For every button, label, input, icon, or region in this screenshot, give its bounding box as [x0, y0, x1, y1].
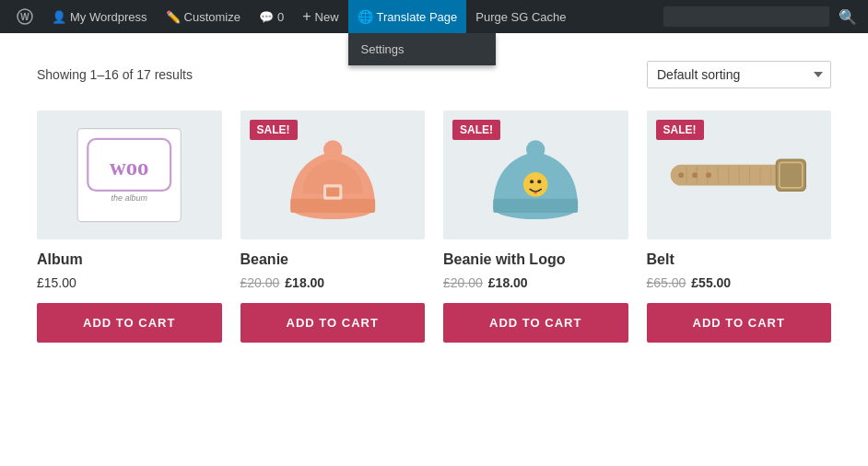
- svg-text:woo: woo: [110, 155, 149, 180]
- price-original-beanie: £20.00: [240, 275, 280, 290]
- wp-icon: W: [17, 8, 33, 25]
- svg-rect-10: [326, 187, 339, 196]
- product-card-belt: SALE!: [647, 111, 832, 343]
- svg-rect-28: [776, 159, 805, 191]
- product-card-beanie-logo: SALE!: [443, 111, 628, 343]
- pencil-icon: ✏️: [166, 10, 181, 24]
- new-label: New: [315, 10, 339, 24]
- translate-icon: 🌐: [358, 9, 373, 24]
- svg-point-30: [678, 172, 684, 178]
- person-icon: 👤: [52, 10, 66, 24]
- comments-item[interactable]: 💬 0: [250, 0, 293, 33]
- svg-point-8: [323, 140, 342, 158]
- product-image-beanie: SALE!: [240, 111, 426, 239]
- svg-text:W: W: [20, 12, 29, 22]
- svg-rect-7: [290, 199, 375, 213]
- product-card-beanie: SALE!: [240, 111, 426, 343]
- comments-count: 0: [277, 10, 284, 24]
- settings-label: Settings: [361, 42, 405, 56]
- svg-point-32: [706, 172, 711, 178]
- product-price-beanie: £20.00 £18.00: [240, 275, 426, 290]
- purge-label: Purge SG Cache: [475, 10, 566, 24]
- results-text: Showing 1–16 of 17 results: [37, 67, 193, 82]
- sale-badge-beanie: SALE!: [250, 120, 298, 140]
- product-card-album: woo the album Album £15.00 ADD TO CART: [37, 111, 222, 343]
- add-to-cart-album[interactable]: ADD TO CART: [37, 303, 222, 343]
- new-item[interactable]: + New: [293, 0, 347, 33]
- product-image-beanie-logo: SALE!: [443, 111, 628, 239]
- svg-point-31: [692, 172, 698, 178]
- admin-search: 🔍: [663, 5, 861, 29]
- sale-badge-beanie-logo: SALE!: [452, 120, 500, 140]
- translate-page-item[interactable]: 🌐 Translate Page Settings: [348, 0, 467, 33]
- translate-dropdown: Settings: [348, 33, 496, 65]
- svg-point-15: [530, 180, 534, 183]
- price-sale-belt: £55.00: [691, 275, 731, 290]
- price-sale-beanie-logo: £18.00: [488, 275, 528, 290]
- customize-label: Customize: [184, 10, 240, 24]
- svg-rect-12: [493, 199, 578, 213]
- svg-text:the album: the album: [111, 193, 148, 203]
- add-to-cart-beanie[interactable]: ADD TO CART: [240, 303, 426, 343]
- album-illustration: woo the album: [55, 123, 203, 227]
- price-sale-beanie: £18.00: [285, 275, 324, 290]
- translate-label: Translate Page: [377, 10, 458, 24]
- product-name-belt: Belt: [647, 250, 832, 270]
- product-name-beanie: Beanie: [240, 250, 426, 270]
- admin-bar: W 👤 My Wordpress ✏️ Customize 💬 0 + New …: [0, 0, 868, 33]
- price-original-beanie-logo: £20.00: [443, 275, 483, 290]
- my-wordpress-item[interactable]: 👤 My Wordpress: [42, 0, 157, 33]
- search-input[interactable]: [663, 6, 829, 27]
- product-name-beanie-logo: Beanie with Logo: [443, 250, 628, 270]
- main-content: Showing 1–16 of 17 results Default sorti…: [0, 33, 868, 466]
- products-grid: woo the album Album £15.00 ADD TO CART S…: [37, 111, 831, 343]
- product-price-beanie-logo: £20.00 £18.00: [443, 275, 628, 290]
- settings-menu-item[interactable]: Settings: [348, 33, 496, 65]
- add-to-cart-beanie-logo[interactable]: ADD TO CART: [443, 303, 628, 343]
- product-price-album: £15.00: [37, 275, 222, 290]
- purge-cache-item[interactable]: Purge SG Cache: [466, 0, 575, 33]
- my-wordpress-label: My Wordpress: [70, 10, 147, 24]
- product-price-belt: £65.00 £55.00: [647, 275, 832, 290]
- product-image-album: woo the album: [37, 111, 222, 239]
- customize-item[interactable]: ✏️ Customize: [157, 0, 250, 33]
- search-button[interactable]: 🔍: [835, 5, 861, 29]
- wp-logo-item[interactable]: W: [7, 0, 42, 33]
- sort-select[interactable]: Default sorting Sort by popularity Sort …: [647, 61, 831, 88]
- add-to-cart-belt[interactable]: ADD TO CART: [647, 303, 832, 343]
- svg-point-13: [526, 140, 545, 158]
- svg-point-16: [537, 180, 541, 183]
- product-name-album: Album: [37, 250, 222, 270]
- price-original-belt: £65.00: [647, 275, 686, 290]
- comment-icon: 💬: [259, 10, 274, 24]
- sale-badge-belt: SALE!: [656, 120, 704, 140]
- price-regular-album: £15.00: [37, 275, 76, 290]
- product-image-belt: SALE!: [647, 111, 832, 239]
- plus-icon: +: [302, 8, 311, 25]
